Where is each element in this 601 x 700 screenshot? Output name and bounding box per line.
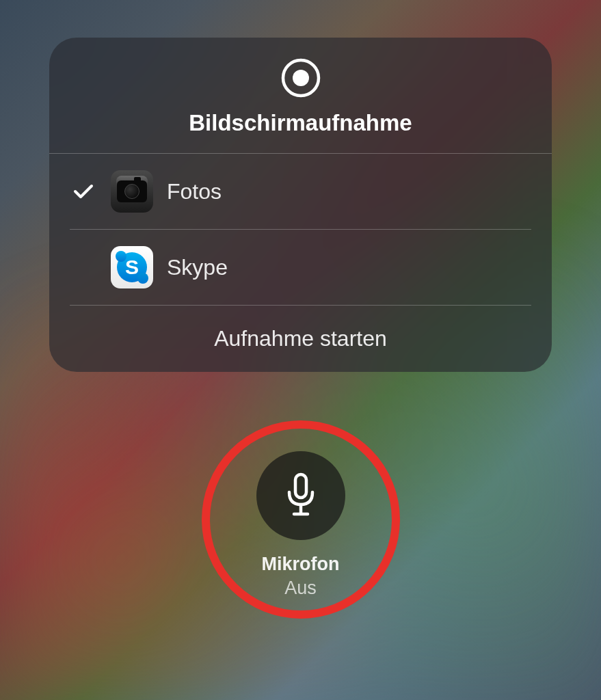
record-icon <box>281 58 321 98</box>
svg-point-1 <box>293 70 309 86</box>
microphone-toggle-button[interactable] <box>256 451 345 540</box>
microphone-status: Aus <box>284 578 317 599</box>
microphone-section: Mikrofon Aus <box>256 451 345 599</box>
checkmark-icon <box>73 183 94 200</box>
app-list: Fotos S Skype <box>49 154 552 306</box>
app-label: Fotos <box>167 179 222 204</box>
panel-title: Bildschirmaufnahme <box>189 110 412 136</box>
check-column <box>70 183 97 200</box>
photos-app-icon <box>111 170 153 213</box>
app-item-fotos[interactable]: Fotos <box>70 154 531 230</box>
svg-rect-2 <box>295 474 306 498</box>
start-label: Aufnahme starten <box>214 326 387 351</box>
screen-recording-panel: Bildschirmaufnahme Fotos <box>49 38 552 372</box>
start-recording-button[interactable]: Aufnahme starten <box>49 306 552 372</box>
microphone-icon <box>284 472 318 520</box>
app-item-skype[interactable]: S Skype <box>70 230 531 306</box>
app-label: Skype <box>167 255 228 280</box>
skype-app-icon: S <box>111 246 153 288</box>
panel-header: Bildschirmaufnahme <box>49 58 552 154</box>
microphone-label: Mikrofon <box>262 554 340 575</box>
